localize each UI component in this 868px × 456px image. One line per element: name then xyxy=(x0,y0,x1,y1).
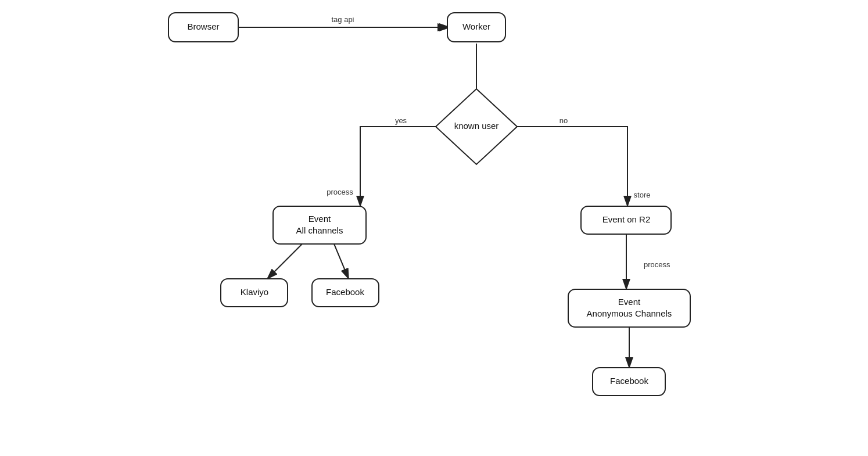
browser-label: Browser xyxy=(187,21,219,31)
svg-line-6 xyxy=(334,244,349,279)
event-all-line1: Event xyxy=(309,214,331,224)
facebook-right-label: Facebook xyxy=(610,376,648,386)
svg-line-5 xyxy=(267,244,302,279)
store-label: store xyxy=(634,191,651,199)
event-all-line2: All channels xyxy=(296,225,343,235)
event-anon-line2: Anonymous Channels xyxy=(587,308,672,318)
yes-label: yes xyxy=(395,116,407,125)
event-anon-line1: Event xyxy=(618,297,641,307)
process-right-label: process xyxy=(644,260,670,269)
process-left-label: process xyxy=(327,188,353,196)
facebook-left-label: Facebook xyxy=(326,287,364,297)
worker-label: Worker xyxy=(462,21,490,31)
klaviyo-label: Klaviyo xyxy=(241,287,268,297)
known-user-label: known user xyxy=(454,121,499,131)
tag-api-label: tag api xyxy=(331,15,354,24)
no-label: no xyxy=(559,116,568,125)
event-r2-label: Event on R2 xyxy=(602,214,651,224)
